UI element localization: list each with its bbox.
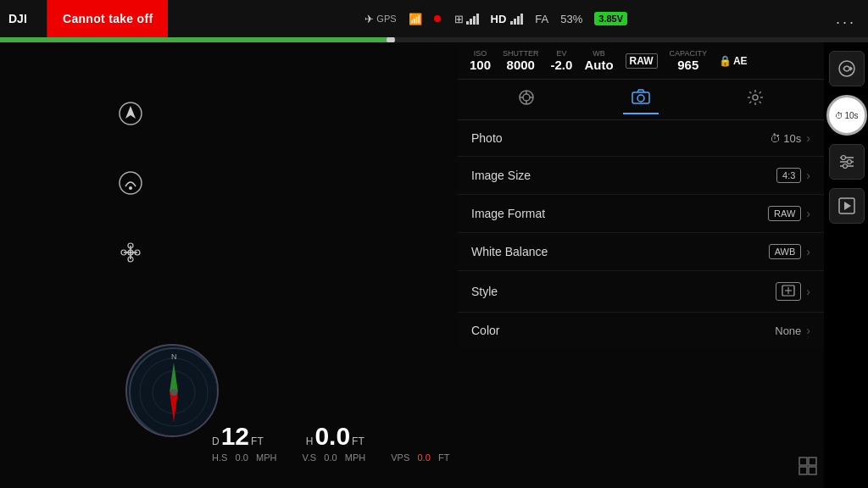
settings-row-style[interactable]: Style › bbox=[458, 271, 824, 313]
svg-rect-22 bbox=[809, 467, 816, 474]
ev-stat: EV -2.0 bbox=[551, 49, 573, 72]
svg-text:DJI: DJI bbox=[8, 12, 27, 25]
chevron-white-balance: › bbox=[806, 245, 810, 258]
settings-right-photo: ⏱ 10s › bbox=[770, 131, 810, 145]
image-size-badge: 4:3 bbox=[776, 168, 801, 183]
camera-tabs bbox=[458, 80, 824, 120]
svg-point-42 bbox=[843, 164, 848, 169]
return-home-icon[interactable] bbox=[119, 171, 142, 200]
flip-camera-button[interactable] bbox=[829, 51, 865, 86]
svg-point-3 bbox=[120, 172, 142, 194]
svg-rect-19 bbox=[799, 458, 807, 465]
signal-icon: 📶 bbox=[409, 13, 422, 25]
svg-text:N: N bbox=[171, 352, 177, 361]
fa-icon: FA bbox=[535, 13, 548, 25]
format-stat: RAW bbox=[626, 53, 658, 69]
settings-row-image-format[interactable]: Image Format RAW › bbox=[458, 195, 824, 233]
battery-voltage: 3.85V bbox=[594, 12, 627, 25]
tab-camera[interactable] bbox=[623, 85, 659, 114]
image-format-badge: RAW bbox=[768, 206, 801, 221]
chevron-image-format: › bbox=[806, 207, 810, 220]
filter-settings-button[interactable] bbox=[829, 144, 865, 180]
link-icon: ⊞ bbox=[454, 13, 479, 25]
svg-point-18 bbox=[170, 389, 177, 396]
settings-row-image-size[interactable]: Image Size 4:3 › bbox=[458, 157, 824, 195]
more-menu-button[interactable]: ... bbox=[824, 10, 868, 28]
settings-row-photo[interactable]: Photo ⏱ 10s › bbox=[458, 120, 824, 157]
svg-marker-2 bbox=[125, 106, 136, 119]
rec-icon bbox=[434, 15, 442, 22]
tab-settings[interactable] bbox=[738, 86, 772, 114]
camera-panel: ISO 100 SHUTTER 8000 EV -2.0 WB Auto RAW… bbox=[458, 42, 824, 348]
svg-point-24 bbox=[523, 94, 530, 101]
top-bar: DJI Cannot take off ✈ GPS 📶 ⊞ HD bbox=[0, 0, 868, 37]
altitude-stat: D 12 FT bbox=[212, 422, 264, 451]
svg-point-31 bbox=[753, 95, 758, 100]
chevron-photo: › bbox=[806, 131, 810, 145]
grid-icon[interactable] bbox=[798, 457, 817, 480]
wb-stat: WB Auto bbox=[584, 49, 613, 72]
svg-point-30 bbox=[637, 95, 644, 102]
top-bar-center: ✈ GPS 📶 ⊞ HD bbox=[168, 12, 824, 25]
iso-stat: ISO 100 bbox=[470, 49, 491, 72]
playback-button[interactable] bbox=[829, 188, 865, 224]
compass: N bbox=[125, 344, 219, 437]
takeoff-icon[interactable] bbox=[119, 102, 142, 130]
svg-point-4 bbox=[129, 186, 132, 190]
left-icons bbox=[119, 102, 142, 269]
settings-row-white-balance[interactable]: White Balance AWB › bbox=[458, 233, 824, 271]
shutter-button[interactable]: ⏱ 10s bbox=[826, 95, 867, 136]
hd-label: HD bbox=[491, 13, 524, 25]
svg-rect-21 bbox=[799, 467, 807, 474]
chevron-style: › bbox=[806, 285, 810, 298]
white-balance-badge: AWB bbox=[769, 244, 802, 259]
chevron-color: › bbox=[806, 324, 810, 337]
settings-list: Photo ⏱ 10s › Image Size 4:3 › Image For… bbox=[458, 120, 824, 348]
drone-icon[interactable] bbox=[119, 241, 142, 269]
style-badge bbox=[776, 282, 801, 301]
shutter-stat: SHUTTER 8000 bbox=[503, 49, 539, 72]
height-stat: H 0.0 FT bbox=[306, 422, 364, 451]
camera-stats-row: ISO 100 SHUTTER 8000 EV -2.0 WB Auto RAW… bbox=[458, 42, 824, 80]
speed-stats: H.S 0.0 MPH V.S 0.0 MPH VPS 0.0 FT bbox=[212, 452, 449, 463]
svg-marker-44 bbox=[844, 202, 851, 210]
stats-block: D 12 FT H 0.0 FT H.S 0.0 MPH V.S 0.0 MPH… bbox=[212, 422, 449, 463]
svg-point-40 bbox=[842, 156, 846, 160]
gps-icon: ✈ GPS bbox=[364, 13, 396, 25]
battery-percent: 53% bbox=[560, 13, 582, 25]
alert-banner: Cannot take off bbox=[47, 0, 168, 37]
chevron-image-size: › bbox=[806, 169, 810, 182]
svg-marker-36 bbox=[850, 66, 853, 71]
settings-row-color[interactable]: Color None › bbox=[458, 313, 824, 348]
dji-logo: DJI bbox=[0, 0, 47, 37]
lock-ae-stat: 🔒 AE bbox=[719, 55, 748, 67]
right-panel: ⏱ 10s bbox=[826, 42, 868, 224]
capacity-stat: CAPACITY 965 bbox=[670, 49, 707, 72]
color-value: None bbox=[775, 324, 801, 337]
tab-filter[interactable] bbox=[509, 86, 543, 114]
svg-point-41 bbox=[848, 160, 852, 164]
svg-rect-20 bbox=[809, 458, 816, 465]
